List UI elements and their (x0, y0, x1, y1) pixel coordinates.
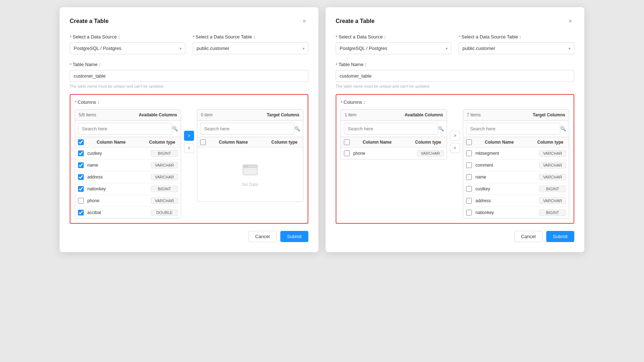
right-target-row-custkey-type: BIGINT (539, 186, 566, 192)
left-target-count: 0 item (201, 112, 213, 117)
left-available-row-custkey-name: custkey (87, 151, 151, 156)
right-close-button[interactable]: × (566, 17, 574, 25)
table-row: comment VARCHAR (463, 159, 569, 171)
right-target-row-address-checkbox[interactable] (466, 198, 472, 204)
right-transfer-buttons: > < (450, 109, 460, 153)
left-target-panel: 0 item Target Columns 🔍 Column Name Colu… (197, 109, 303, 202)
left-no-data-icon (242, 162, 259, 179)
right-transfer-left-button[interactable]: < (450, 143, 460, 153)
svg-point-2 (244, 166, 246, 167)
right-target-row-comment-name: comment (475, 163, 539, 168)
right-target-search-input[interactable] (466, 123, 560, 135)
left-available-panel-body: custkey BIGINT name VARCHAR address VARC… (75, 148, 181, 218)
right-target-row-nationkey-name: nationkey (475, 210, 539, 215)
right-target-count: 7 items (467, 112, 481, 117)
left-available-row-custkey-type: BIGINT (151, 150, 178, 157)
table-row: custkey BIGINT (463, 183, 569, 195)
right-data-source-table-select[interactable]: public.customer (459, 42, 574, 54)
left-table-name-input[interactable] (70, 70, 308, 82)
left-transfer-left-button[interactable]: < (184, 143, 194, 153)
right-target-title: Target Columns (533, 112, 565, 117)
right-data-source-select[interactable]: PostgreSQL / Postgres (336, 42, 451, 54)
left-target-select-all-checkbox[interactable] (200, 139, 206, 145)
right-target-search-icon: 🔍 (560, 126, 566, 131)
left-data-source-select[interactable]: PostgreSQL / Postgres (70, 42, 185, 54)
left-dialog: Create a Table × * Select a Data Source：… (60, 7, 318, 252)
right-available-panel: 1 item Available Columns 🔍 Column Name C… (341, 109, 447, 159)
left-target-search-icon: 🔍 (294, 126, 300, 131)
right-target-col-header: Column Name Column type (463, 137, 569, 148)
right-available-search-input[interactable] (344, 123, 438, 135)
right-target-row-mktsegment-name: mktsegment (475, 151, 539, 156)
left-available-panel: 5/8 items Available Columns 🔍 Column Nam… (75, 109, 181, 219)
right-transfer-right-button[interactable]: > (450, 131, 460, 141)
right-target-row-mktsegment-checkbox[interactable] (466, 150, 472, 156)
left-available-row-name-checkbox[interactable] (78, 162, 84, 168)
right-dialog: Create a Table × * Select a Data Source：… (326, 7, 584, 252)
left-submit-button[interactable]: Submit (280, 231, 308, 242)
right-data-source-select-wrapper: PostgreSQL / Postgres ▾ (336, 42, 451, 54)
right-target-row-name-name: name (475, 175, 539, 180)
right-columns-label: * Columns： (341, 99, 569, 106)
right-available-search-box: 🔍 (341, 121, 447, 137)
right-available-select-all-checkbox[interactable] (344, 139, 350, 145)
left-available-row-name-type: VARCHAR (151, 162, 178, 168)
right-data-source-label: * Select a Data Source： (336, 34, 451, 40)
right-target-panel-header: 7 items Target Columns (463, 110, 569, 121)
left-data-source-table-star: * (193, 34, 194, 40)
left-available-row-acctbal-checkbox[interactable] (78, 210, 84, 215)
right-available-col-header: Column Name Column type (341, 137, 447, 148)
left-columns-star: * (75, 100, 77, 105)
left-data-source-table-label: * Select a Data Source Table： (193, 34, 308, 40)
svg-point-3 (247, 166, 248, 167)
right-target-row-custkey-checkbox[interactable] (466, 186, 472, 192)
left-columns-section: * Columns： 5/8 items Available Columns 🔍 (70, 94, 308, 224)
right-target-row-nationkey-type: BIGINT (539, 209, 566, 216)
left-available-search-input[interactable] (78, 123, 172, 135)
right-target-row-name-checkbox[interactable] (466, 174, 472, 180)
left-cancel-button[interactable]: Cancel (248, 231, 276, 242)
right-data-source-table-group: * Select a Data Source Table： public.cus… (459, 34, 574, 54)
left-available-row-address-checkbox[interactable] (78, 174, 84, 180)
right-table-name-group: * Table Name： (336, 61, 574, 82)
left-no-data-text: No Data (242, 182, 258, 187)
right-dialog-header: Create a Table × (336, 17, 574, 25)
left-data-source-table-select[interactable]: public.customer (193, 42, 308, 54)
right-submit-button[interactable]: Submit (546, 231, 574, 242)
left-available-panel-header: 5/8 items Available Columns (75, 110, 181, 121)
right-target-search-box: 🔍 (463, 121, 569, 137)
left-dialog-title: Create a Table (70, 18, 109, 24)
left-available-row-acctbal-type: DOUBLE (151, 209, 178, 216)
right-available-count: 1 item (345, 112, 356, 117)
right-available-col-type-header: Column type (415, 140, 444, 145)
left-available-row-phone-checkbox[interactable] (78, 198, 84, 204)
right-table-name-input[interactable] (336, 70, 574, 82)
left-transfer-right-button[interactable]: > (184, 131, 194, 141)
left-target-panel-header: 0 item Target Columns (197, 110, 303, 121)
left-available-search-icon: 🔍 (172, 126, 178, 131)
right-available-panel-body: phone VARCHAR (341, 148, 447, 159)
right-cancel-button[interactable]: Cancel (514, 231, 542, 242)
right-target-row-nationkey-checkbox[interactable] (466, 210, 472, 215)
right-target-row-comment-checkbox[interactable] (466, 162, 472, 168)
right-available-row-phone-name: phone (353, 151, 417, 156)
right-available-row-phone-checkbox[interactable] (344, 150, 350, 156)
left-available-row-name-name: name (87, 163, 151, 168)
table-row: address VARCHAR (75, 171, 181, 183)
left-transfer: 5/8 items Available Columns 🔍 Column Nam… (75, 109, 303, 219)
left-close-button[interactable]: × (300, 17, 308, 25)
left-available-row-custkey-checkbox[interactable] (78, 150, 84, 156)
left-available-row-nationkey-checkbox[interactable] (78, 186, 84, 192)
left-table-name-star: * (70, 62, 72, 68)
left-target-col-header: Column Name Column type (197, 137, 303, 148)
right-target-select-all-checkbox[interactable] (466, 139, 472, 145)
right-target-panel-body: mktsegment VARCHAR comment VARCHAR name … (463, 148, 569, 218)
right-target-row-comment-type: VARCHAR (539, 162, 566, 168)
left-target-search-input[interactable] (200, 123, 294, 135)
table-row: mktsegment VARCHAR (463, 148, 569, 159)
right-dialog-footer: Cancel Submit (336, 231, 574, 242)
left-available-select-all-checkbox[interactable] (78, 139, 84, 145)
right-target-row-custkey-name: custkey (475, 186, 539, 191)
table-row: address VARCHAR (463, 195, 569, 207)
right-available-col-name-header: Column Name (363, 140, 415, 145)
